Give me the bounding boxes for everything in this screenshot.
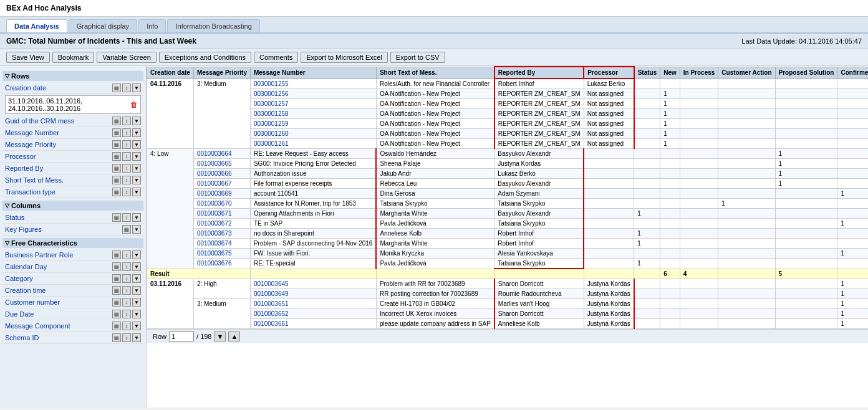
msgnum-filter3-icon[interactable]: ▼	[132, 128, 141, 137]
row-nav-up-button[interactable]: ▲	[228, 331, 240, 341]
keyfigs-filter2-icon[interactable]: ▼	[132, 225, 141, 234]
msg-num-cell[interactable]: 0010003652	[250, 308, 376, 318]
shorttext-filter3-icon[interactable]: ▼	[132, 176, 141, 184]
msg-num-cell[interactable]: 0010003651	[250, 298, 376, 308]
custnum-filter3-icon[interactable]: ▼	[132, 298, 141, 307]
msg-num-cell[interactable]: 0010003666	[193, 169, 250, 179]
row-number-input[interactable]	[169, 331, 194, 341]
row-nav-down-button[interactable]: ▼	[214, 331, 226, 341]
bprole-filter1-icon[interactable]: ▤	[112, 250, 121, 259]
msgnum-filter2-icon[interactable]: ↕	[122, 128, 131, 137]
guid-filter3-icon[interactable]: ▼	[132, 117, 141, 125]
msgcomp-filter2-icon[interactable]: ↕	[122, 322, 131, 330]
msg-num-cell[interactable]: 0010003645	[250, 279, 376, 288]
msgcomp-filter3-icon[interactable]: ▼	[132, 322, 141, 330]
msg-num-cell[interactable]: 0010003672	[193, 219, 250, 229]
creationtime-label: Creation time	[5, 287, 112, 294]
bprole-filter2-icon[interactable]: ↕	[122, 250, 131, 259]
msg-num-cell[interactable]: 0010003669	[193, 189, 250, 199]
tab-data-analysis[interactable]: Data Analysis	[6, 19, 67, 32]
processor-filter3-icon[interactable]: ▼	[132, 152, 141, 161]
msgprio-filter2-icon[interactable]: ↕	[122, 140, 131, 149]
custnum-filter2-icon[interactable]: ↕	[122, 298, 131, 307]
msgnum-filter1-icon[interactable]: ▤	[112, 128, 121, 137]
processor-filter1-icon[interactable]: ▤	[112, 152, 121, 161]
free-section-header[interactable]: ▽ Free Characteristics	[2, 238, 143, 248]
msg-num-cell[interactable]: 0030001255	[250, 79, 376, 89]
save-view-button[interactable]: Save View	[6, 52, 50, 63]
msg-num-cell[interactable]: 0010003671	[193, 209, 250, 219]
short-text-cell: Incorrect UK Xerox invoices	[376, 308, 494, 318]
transtype-filter2-icon[interactable]: ↕	[122, 188, 131, 196]
bprole-filter3-icon[interactable]: ▼	[132, 250, 141, 259]
msg-num-cell[interactable]: 0030001257	[250, 99, 376, 109]
shorttext-filter1-icon[interactable]: ▤	[112, 176, 121, 184]
msgprio-filter3-icon[interactable]: ▼	[132, 140, 141, 149]
reportedby-filter3-icon[interactable]: ▼	[132, 164, 141, 173]
msg-num-cell[interactable]: 0030001261	[250, 139, 376, 149]
tab-graphical-display[interactable]: Graphical display	[69, 19, 137, 32]
reported-by-cell: Dina Gerosa	[376, 189, 494, 199]
msgprio-filter1-icon[interactable]: ▤	[112, 140, 121, 149]
reportedby-filter2-icon[interactable]: ↕	[122, 164, 131, 173]
msg-num-cell[interactable]: 0010003670	[193, 199, 250, 209]
status-filter3-icon[interactable]: ▼	[132, 213, 141, 222]
calday-filter2-icon[interactable]: ↕	[122, 262, 131, 271]
duedate-filter2-icon[interactable]: ↕	[122, 310, 131, 318]
msg-num-cell[interactable]: 0010003664	[193, 149, 250, 159]
comments-button[interactable]: Comments	[254, 52, 298, 63]
schemaid-filter1-icon[interactable]: ▤	[112, 333, 121, 342]
creationtime-filter1-icon[interactable]: ▤	[112, 286, 121, 295]
shorttext-filter2-icon[interactable]: ↕	[122, 176, 131, 184]
category-filter1-icon[interactable]: ▤	[112, 274, 121, 283]
duedate-filter3-icon[interactable]: ▼	[132, 310, 141, 318]
msg-num-cell[interactable]: 0030001259	[250, 119, 376, 129]
variable-screen-button[interactable]: Variable Screen	[97, 52, 156, 63]
msg-num-cell[interactable]: 0010003661	[250, 318, 376, 328]
transtype-filter3-icon[interactable]: ▼	[132, 188, 141, 196]
tab-info[interactable]: Info	[138, 19, 166, 32]
rows-section-header[interactable]: ▽ Rows	[2, 71, 143, 81]
creation-date-filter-icon[interactable]: ▤	[112, 83, 121, 92]
guid-filter2-icon[interactable]: ↕	[122, 117, 131, 125]
bookmark-button[interactable]: Bookmark	[52, 52, 95, 63]
columns-section-header[interactable]: ▽ Columns	[2, 201, 143, 211]
keyfigs-filter1-icon[interactable]: ▤	[122, 225, 131, 234]
creation-date-sort-icon[interactable]: ↕	[122, 83, 131, 92]
status-filter2-icon[interactable]: ↕	[122, 213, 131, 222]
custnum-filter1-icon[interactable]: ▤	[112, 298, 121, 307]
transtype-filter1-icon[interactable]: ▤	[112, 188, 121, 196]
date-range-delete-icon[interactable]: 🗑	[130, 100, 138, 109]
category-filter2-icon[interactable]: ↕	[122, 274, 131, 283]
msg-num-cell[interactable]: 0010003649	[250, 288, 376, 298]
creationtime-filter3-icon[interactable]: ▼	[132, 286, 141, 295]
category-filter3-icon[interactable]: ▼	[132, 274, 141, 283]
msg-num-cell[interactable]: 0010003676	[193, 259, 250, 269]
calday-filter3-icon[interactable]: ▼	[132, 262, 141, 271]
msg-num-cell[interactable]: 0030001260	[250, 129, 376, 139]
msg-num-cell[interactable]: 0010003675	[193, 249, 250, 259]
creation-date-settings-icon[interactable]: ▼	[132, 83, 141, 92]
export-excel-button[interactable]: Export to Microsoft Excel	[301, 52, 388, 63]
export-csv-button[interactable]: Export to CSV	[390, 52, 445, 63]
msg-num-cell[interactable]: 0030001256	[250, 89, 376, 99]
tab-information-broadcasting[interactable]: Information Broadcasting	[167, 19, 259, 32]
reportedby-filter1-icon[interactable]: ▤	[112, 164, 121, 173]
processor-filter2-icon[interactable]: ↕	[122, 152, 131, 161]
guid-filter1-icon[interactable]: ▤	[112, 117, 121, 125]
reported-by-cell: Anneliese Kolb	[376, 229, 494, 239]
msg-num-cell[interactable]: 0010003674	[193, 239, 250, 249]
msg-num-cell[interactable]: 0030001258	[250, 109, 376, 119]
schemaid-filter2-icon[interactable]: ↕	[122, 333, 131, 342]
duedate-filter1-icon[interactable]: ▤	[112, 310, 121, 318]
status-filter1-icon[interactable]: ▤	[112, 213, 121, 222]
schemaid-filter3-icon[interactable]: ▼	[132, 333, 141, 342]
msg-num-cell[interactable]: 0010003665	[193, 159, 250, 169]
msgcomp-filter1-icon[interactable]: ▤	[112, 322, 121, 330]
reported-by-cell: Monika Kryczka	[376, 249, 494, 259]
calday-filter1-icon[interactable]: ▤	[112, 262, 121, 271]
creationtime-filter2-icon[interactable]: ↕	[122, 286, 131, 295]
msg-num-cell[interactable]: 0010003667	[193, 179, 250, 189]
exceptions-conditions-button[interactable]: Exceptions and Conditions	[159, 52, 251, 63]
msg-num-cell[interactable]: 0010003673	[193, 229, 250, 239]
